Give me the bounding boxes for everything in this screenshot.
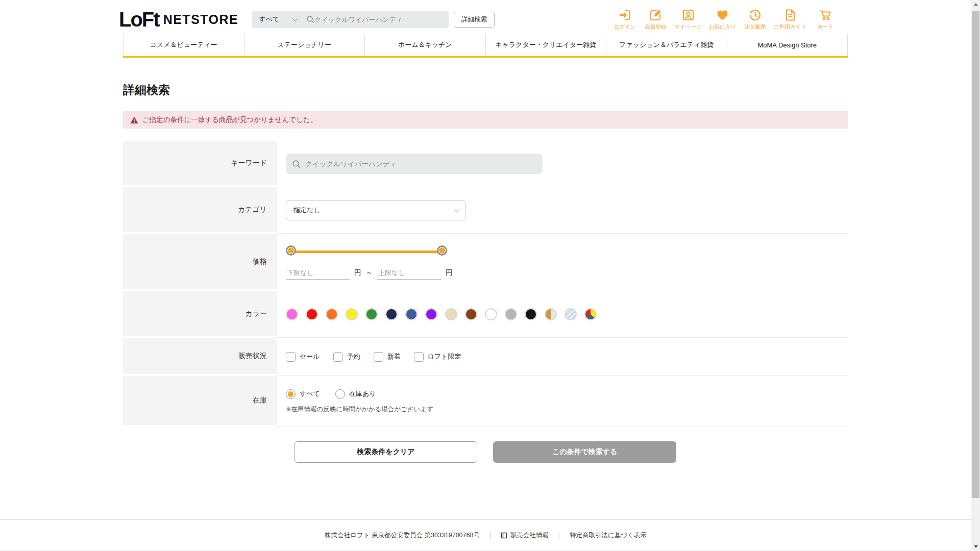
- scrollbar[interactable]: [971, 0, 980, 551]
- checkbox-icon: [374, 352, 383, 362]
- nav-item-home-kitchen[interactable]: ホーム＆キッチン: [364, 34, 485, 56]
- cart-label: カート: [817, 23, 834, 31]
- checkbox-reservation[interactable]: 予約: [333, 352, 360, 362]
- color-swatch-purple[interactable]: [425, 308, 437, 320]
- favorites-icon: [716, 8, 729, 22]
- color-swatch-beige[interactable]: [445, 308, 457, 320]
- nav-item-stationery[interactable]: ステーショナリー: [244, 34, 365, 56]
- search-icon: [292, 160, 301, 168]
- nav-item-character[interactable]: キャラクター・クリエイター雑貨: [485, 34, 606, 56]
- color-swatch-red[interactable]: [306, 308, 318, 320]
- cart-link[interactable]: カート: [814, 8, 837, 31]
- header-search-input[interactable]: [314, 16, 444, 23]
- search-scope-value: すべて: [259, 15, 279, 24]
- nav-item-fashion[interactable]: ファッション＆バラエティ雑貨: [606, 34, 727, 56]
- logo-loft-text: LoFt: [119, 8, 159, 31]
- guide-link[interactable]: ご利用ガイド: [774, 8, 806, 31]
- color-swatch-brown[interactable]: [465, 308, 477, 320]
- category-nav: コスメ＆ビューティー ステーショナリー ホーム＆キッチン キャラクター・クリエイ…: [123, 34, 848, 58]
- color-swatch-green[interactable]: [365, 308, 378, 320]
- color-swatch-pink[interactable]: [286, 308, 298, 320]
- keyword-input-box: [286, 154, 543, 174]
- arrow-up-icon: [974, 3, 978, 6]
- guide-icon: [783, 8, 797, 22]
- price-row: 価格 円 ～ 円: [123, 234, 848, 291]
- color-swatch-blue[interactable]: [405, 308, 418, 320]
- price-label: 価格: [123, 234, 277, 289]
- favorites-link[interactable]: お気に入り: [709, 8, 736, 31]
- register-icon: [649, 8, 663, 22]
- arrow-down-icon: [974, 545, 978, 548]
- color-swatch-clear[interactable]: [565, 308, 577, 320]
- order-history-link[interactable]: 注文履歴: [743, 8, 767, 31]
- header-search: すべて 詳細検索: [252, 11, 495, 28]
- register-label: 会員登録: [645, 23, 666, 31]
- nav-item-moma[interactable]: MoMA Design Store: [727, 34, 848, 56]
- keyword-input[interactable]: [305, 160, 536, 168]
- checkbox-sale-label: セール: [300, 352, 320, 361]
- keyword-label: キーワード: [123, 141, 277, 185]
- page: LoFt NETSTORE すべて 詳細検索: [0, 0, 980, 551]
- checkbox-loft-limited[interactable]: ロフト限定: [414, 352, 461, 362]
- login-link[interactable]: ログイン: [613, 8, 636, 31]
- price-max-unit: 円: [446, 268, 453, 280]
- category-select-value: 指定なし: [293, 206, 321, 215]
- price-slider-max-handle[interactable]: [437, 245, 447, 256]
- category-label: カテゴリ: [123, 187, 277, 232]
- price-slider-min-handle[interactable]: [286, 245, 296, 256]
- checkbox-sale[interactable]: セール: [286, 352, 320, 362]
- price-min-unit: 円: [354, 268, 361, 280]
- color-swatch-navy[interactable]: [385, 308, 398, 320]
- chevron-down-icon: [292, 16, 298, 21]
- color-swatch-yellow[interactable]: [346, 308, 358, 320]
- keyword-row: キーワード: [123, 141, 848, 187]
- search-with-conditions-button[interactable]: この条件で検索する: [493, 441, 676, 463]
- mypage-link[interactable]: マイページ: [674, 8, 701, 31]
- scrollbar-up-button[interactable]: [971, 0, 980, 9]
- clear-conditions-button[interactable]: 検索条件をクリア: [295, 441, 477, 463]
- loft-logo[interactable]: LoFt NETSTORE: [119, 8, 238, 31]
- checkbox-icon: [414, 352, 424, 362]
- sales-status-options: セール 予約 新着 ロフト限定: [286, 352, 461, 362]
- radio-all[interactable]: すべて: [286, 389, 320, 399]
- price-min-input[interactable]: [286, 268, 350, 280]
- radio-in-stock-label: 在庫あり: [349, 389, 376, 398]
- color-swatch-orange[interactable]: [326, 308, 338, 320]
- radio-icon: [286, 389, 296, 399]
- price-inputs: 円 ～ 円: [286, 268, 453, 280]
- footer-company-info-link[interactable]: 販売会社情報: [501, 531, 549, 540]
- color-swatch-gold-silver[interactable]: [545, 308, 557, 320]
- warning-icon: [130, 116, 138, 124]
- footer: 株式会社ロフト 東京都公安委員会 第303319700768号 販売会社情報 特…: [0, 519, 971, 551]
- checkbox-new[interactable]: 新着: [374, 352, 401, 362]
- checkbox-reservation-label: 予約: [347, 352, 360, 361]
- category-select[interactable]: 指定なし: [286, 200, 465, 220]
- stock-note: ※在庫情報の反映に時間がかかる場合がございます: [286, 405, 433, 414]
- sales-status-row: 販売状況 セール 予約 新着: [123, 338, 848, 376]
- cart-icon: [819, 8, 832, 22]
- radio-icon: [335, 389, 345, 399]
- stock-options: すべて 在庫あり: [286, 389, 376, 399]
- stock-row: 在庫 すべて 在庫あり ※在庫情報の反映に時間がかかる場合がございます: [123, 376, 848, 427]
- price-max-input[interactable]: [377, 268, 441, 280]
- color-swatch-multicolor[interactable]: [584, 308, 597, 320]
- footer-tokushoho-link[interactable]: 特定商取引法に基づく表示: [570, 531, 647, 540]
- sales-status-label: 販売状況: [123, 338, 277, 374]
- radio-in-stock[interactable]: 在庫あり: [335, 389, 376, 399]
- search-form: キーワード カテゴリ 指定なし: [123, 141, 848, 427]
- header: LoFt NETSTORE すべて 詳細検索: [0, 0, 980, 34]
- color-swatch-gray[interactable]: [505, 308, 517, 320]
- color-swatch-white[interactable]: [485, 308, 497, 320]
- checkbox-icon: [286, 352, 296, 362]
- scrollbar-down-button[interactable]: [971, 542, 980, 551]
- scrollbar-thumb[interactable]: [972, 11, 979, 498]
- search-scope-select[interactable]: すべて: [257, 15, 300, 24]
- register-link[interactable]: 会員登録: [644, 8, 667, 31]
- color-swatches: [286, 308, 597, 320]
- detail-search-button[interactable]: 詳細検索: [454, 12, 495, 28]
- page-title: 詳細検索: [123, 82, 848, 98]
- no-results-alert: ご指定の条件に一致する商品が見つかりませんでした。: [123, 111, 848, 129]
- color-label: カラー: [123, 291, 277, 336]
- nav-item-cosme[interactable]: コスメ＆ビューティー: [123, 34, 244, 56]
- color-swatch-black[interactable]: [525, 308, 537, 320]
